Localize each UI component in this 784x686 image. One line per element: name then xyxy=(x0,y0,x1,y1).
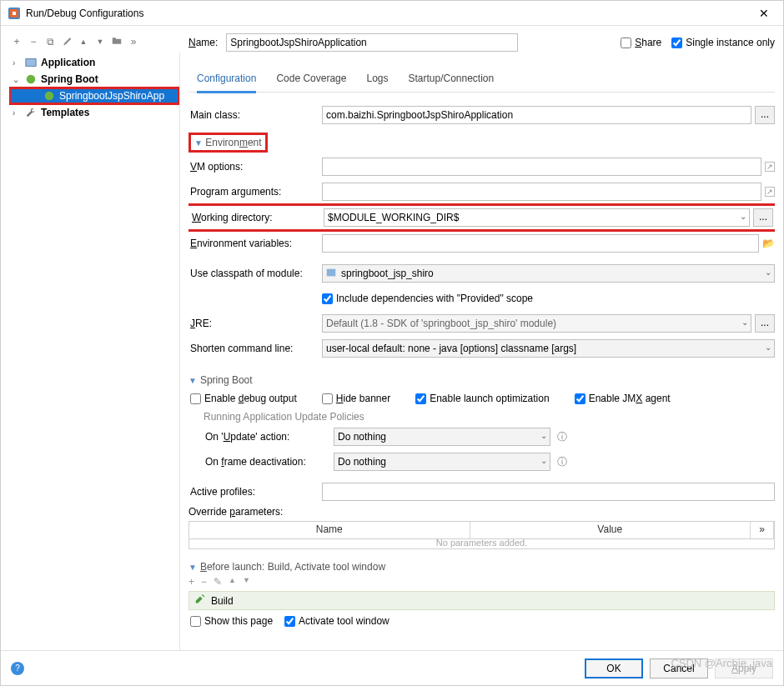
tree-label: SpringbootJspShiroApp xyxy=(59,90,164,102)
working-dir-browse-button[interactable]: ... xyxy=(753,208,773,227)
name-input[interactable] xyxy=(226,33,518,52)
ok-button[interactable]: OK xyxy=(585,658,643,678)
tab-startup-connection[interactable]: Startup/Connection xyxy=(408,68,494,92)
classpath-module-select[interactable]: ⌄ xyxy=(322,264,775,283)
on-frame-select[interactable]: ⌄ xyxy=(334,453,550,471)
before-launch-header[interactable]: ▼ Before launch: Build, Activate tool wi… xyxy=(188,561,775,573)
override-params-table-header: Name Value » xyxy=(188,521,775,539)
help-button[interactable]: ? xyxy=(11,662,24,675)
include-provided-checkbox[interactable]: Include dependencies with "Provided" sco… xyxy=(322,293,533,304)
svg-rect-6 xyxy=(327,269,336,277)
cancel-button[interactable]: Cancel xyxy=(650,658,708,678)
main-class-browse-button[interactable]: ... xyxy=(755,106,775,124)
on-update-label: On 'Update' action: xyxy=(204,431,334,443)
enable-debug-checkbox[interactable]: Enable debug output xyxy=(190,393,297,404)
config-tree[interactable]: › Application ⌄ Spring Boot xyxy=(9,53,180,650)
tree-node-spring-boot[interactable]: ⌄ Spring Boot xyxy=(9,71,179,88)
move-up-button[interactable]: ▲ xyxy=(78,38,89,46)
folder-button[interactable] xyxy=(111,36,123,48)
spring-icon xyxy=(24,73,38,86)
build-task-row[interactable]: Build xyxy=(188,591,775,610)
tree-node-selected-config[interactable]: SpringbootJspShiroApp xyxy=(9,88,179,104)
vm-options-input[interactable] xyxy=(322,158,761,176)
vm-options-label: VM options: xyxy=(188,161,322,173)
folder-open-icon[interactable]: 📂 xyxy=(762,238,775,249)
titlebar: Run/Debug Configurations ✕ xyxy=(1,1,783,26)
spring-boot-section-header[interactable]: ▼ Spring Boot xyxy=(188,374,775,386)
classpath-label: Use classpath of module: xyxy=(188,268,322,279)
program-args-input[interactable] xyxy=(322,183,761,201)
edit-task-button[interactable]: ✎ xyxy=(214,576,222,588)
collapse-icon: ▼ xyxy=(188,376,197,385)
svg-rect-2 xyxy=(13,12,16,15)
build-task-label: Build xyxy=(211,595,234,607)
move-down-button[interactable]: ▼ xyxy=(243,576,250,588)
apply-button[interactable]: Apply xyxy=(715,658,773,678)
working-dir-combo[interactable]: ⌄ xyxy=(324,208,750,227)
active-profiles-label: Active profiles: xyxy=(188,486,322,498)
dialog-footer: ? OK Cancel Apply xyxy=(1,650,783,685)
application-icon xyxy=(24,56,38,69)
add-task-button[interactable]: + xyxy=(188,576,194,588)
left-panel: + − ⧉ ▲ ▼ » › Applicatio xyxy=(9,31,180,650)
active-profiles-input[interactable] xyxy=(322,483,775,501)
copy-config-button[interactable]: ⧉ xyxy=(44,36,56,48)
right-panel: Name: Share Single instance only Configu… xyxy=(188,31,775,650)
col-value: Value xyxy=(470,522,751,538)
more-button[interactable]: » xyxy=(128,36,139,48)
working-dir-label: Working directory: xyxy=(190,212,324,223)
remove-config-button[interactable]: − xyxy=(28,36,39,48)
jre-browse-button[interactable]: ... xyxy=(755,314,775,333)
enable-launch-opt-checkbox[interactable]: Enable launch optimization xyxy=(415,393,549,404)
tab-configuration[interactable]: Configuration xyxy=(197,68,256,93)
svg-rect-3 xyxy=(26,59,36,67)
spring-icon xyxy=(43,89,56,103)
tree-node-templates[interactable]: › Templates xyxy=(9,104,179,121)
on-update-select[interactable]: ⌄ xyxy=(334,428,550,446)
hide-banner-checkbox[interactable]: Hide banner xyxy=(322,393,390,404)
expand-icon[interactable]: ↗ xyxy=(765,187,775,197)
edit-defaults-button[interactable] xyxy=(61,36,73,48)
add-config-button[interactable]: + xyxy=(11,36,23,48)
jre-select[interactable]: ⌄ xyxy=(322,314,751,333)
tab-bar: Configuration Code Coverage Logs Startup… xyxy=(188,68,775,93)
tree-node-application[interactable]: › Application xyxy=(9,54,179,71)
tree-label: Spring Boot xyxy=(41,73,98,85)
environment-section-header[interactable]: ▼ Environment xyxy=(188,133,775,153)
shorten-cmd-select[interactable]: ⌄ xyxy=(322,339,775,358)
wrench-icon xyxy=(24,106,38,119)
env-vars-input[interactable] xyxy=(322,234,759,253)
table-empty-text: No parameters added. xyxy=(189,538,774,548)
expand-icon[interactable]: ↗ xyxy=(765,162,775,172)
move-up-button[interactable]: ▲ xyxy=(229,576,236,588)
activate-tool-window-checkbox[interactable]: Activate tool window xyxy=(284,615,389,627)
col-name: Name xyxy=(189,522,470,538)
update-policies-header: Running Application Update Policies xyxy=(188,411,775,423)
shorten-cmd-label: Shorten command line: xyxy=(188,343,322,354)
on-frame-label: On frame deactivation: xyxy=(204,456,334,468)
tree-toolbar: + − ⧉ ▲ ▼ » xyxy=(9,31,180,53)
main-class-input[interactable] xyxy=(322,106,751,124)
remove-task-button[interactable]: − xyxy=(201,576,207,588)
single-instance-checkbox[interactable]: Single instance only xyxy=(671,37,775,48)
move-down-button[interactable]: ▼ xyxy=(94,38,106,46)
close-button[interactable]: ✕ xyxy=(751,7,776,20)
hammer-icon xyxy=(194,593,206,608)
working-dir-input[interactable] xyxy=(324,208,750,227)
before-launch-toolbar: + − ✎ ▲ ▼ xyxy=(188,576,775,588)
tree-label: Templates xyxy=(41,107,89,118)
collapse-icon: ▼ xyxy=(194,138,203,148)
show-this-page-checkbox[interactable]: Show this page xyxy=(190,615,273,627)
dialog-window: Run/Debug Configurations ✕ + − ⧉ ▲ ▼ » xyxy=(0,0,784,686)
help-icon[interactable]: ⓘ xyxy=(557,455,567,469)
chevron-right-icon: › xyxy=(13,58,21,68)
window-title: Run/Debug Configurations xyxy=(26,8,143,19)
tab-code-coverage[interactable]: Code Coverage xyxy=(276,68,346,92)
jre-label: JRE: xyxy=(188,318,322,329)
col-more-button[interactable]: » xyxy=(751,522,774,538)
enable-jmx-checkbox[interactable]: Enable JMX agent xyxy=(575,393,671,404)
env-vars-label: Environment variables: xyxy=(188,238,322,249)
help-icon[interactable]: ⓘ xyxy=(557,430,567,444)
tab-logs[interactable]: Logs xyxy=(366,68,388,92)
share-checkbox[interactable]: Share xyxy=(621,37,661,48)
